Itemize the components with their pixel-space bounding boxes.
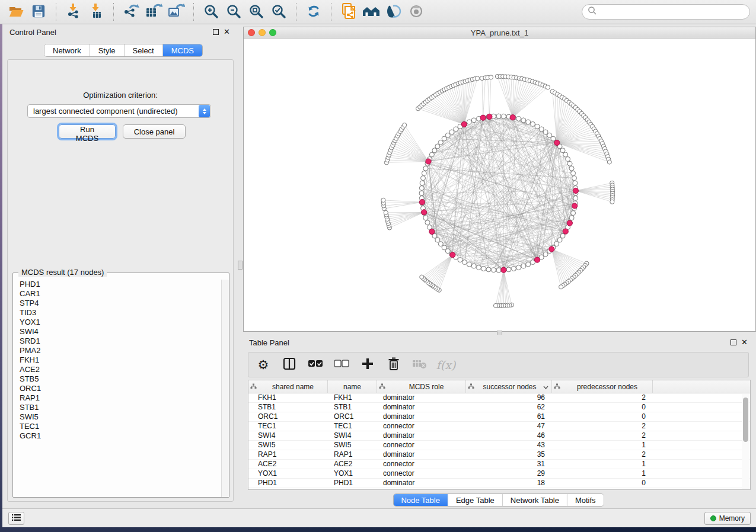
column-header-name[interactable]: name (328, 380, 377, 393)
optimization-criterion-select[interactable]: largest connected component (undirected) (27, 104, 211, 118)
ring-node[interactable] (547, 133, 552, 137)
clone-network-button[interactable] (339, 2, 359, 21)
list-item[interactable]: ORC1 (20, 384, 221, 393)
task-history-button[interactable] (8, 512, 24, 525)
ring-node[interactable] (526, 120, 531, 124)
ring-node[interactable] (458, 258, 462, 262)
ring-node[interactable] (454, 127, 458, 132)
ring-node[interactable] (557, 238, 562, 242)
leaf-node[interactable] (384, 210, 388, 214)
zoom-selected-button[interactable] (269, 2, 289, 21)
table-row[interactable]: ORC1ORC1dominator610 (248, 412, 750, 422)
hide-visual-properties-button[interactable] (384, 2, 404, 21)
tab-edge-table[interactable]: Edge Table (448, 494, 503, 506)
tab-node-table[interactable]: Node Table (393, 494, 448, 506)
export-table-button[interactable] (143, 2, 164, 21)
table-row[interactable]: SWI5SWI5connector431 (248, 441, 750, 450)
memory-button[interactable]: Memory (704, 512, 751, 525)
leaf-node[interactable] (559, 285, 563, 289)
table-scrollbar[interactable] (742, 394, 749, 489)
ring-node[interactable] (563, 152, 568, 157)
ring-node[interactable] (572, 176, 577, 181)
mcds-hub-node[interactable] (563, 229, 568, 234)
leaf-node[interactable] (476, 76, 480, 81)
search-box[interactable] (582, 4, 750, 20)
open-file-button[interactable] (6, 2, 26, 21)
ring-node[interactable] (571, 211, 576, 216)
column-header-MCDS-role[interactable]: MCDS role (377, 380, 466, 393)
leaf-node[interactable] (610, 200, 614, 204)
ring-node[interactable] (467, 120, 471, 124)
tab-mcds[interactable]: MCDS (163, 44, 202, 56)
list-item[interactable]: CAR1 (20, 289, 221, 299)
mcds-hub-node[interactable] (429, 229, 435, 234)
ring-node[interactable] (531, 121, 535, 126)
import-table-button[interactable] (86, 2, 106, 21)
tab-motifs[interactable]: Motifs (567, 494, 604, 506)
column-header-shared-name[interactable]: shared name (248, 380, 328, 393)
ring-node[interactable] (526, 262, 531, 267)
mcds-hub-node[interactable] (510, 115, 515, 120)
ring-node[interactable] (573, 196, 578, 201)
leaf-node[interactable] (546, 85, 550, 89)
ring-node[interactable] (432, 148, 437, 153)
table-row[interactable]: YOX1YOX1connector291 (248, 469, 750, 479)
close-panel-icon[interactable]: ✕ (224, 29, 230, 35)
mcds-hub-node[interactable] (419, 200, 425, 205)
mcds-hub-node[interactable] (572, 203, 578, 209)
ring-node[interactable] (442, 245, 446, 250)
ring-node[interactable] (506, 267, 511, 272)
ring-node[interactable] (419, 191, 424, 196)
ring-node[interactable] (438, 140, 443, 145)
ring-node[interactable] (423, 216, 428, 220)
close-panel-icon[interactable]: ✕ (741, 339, 748, 345)
list-item[interactable]: STP4 (20, 299, 221, 308)
list-item[interactable]: STB1 (20, 403, 221, 412)
leaf-node[interactable] (607, 160, 611, 164)
close-panel-button[interactable]: Close panel (123, 124, 186, 139)
table-row[interactable]: RAP1RAP1dominator352 (248, 450, 750, 460)
ring-node[interactable] (442, 136, 446, 141)
ring-node[interactable] (471, 118, 476, 123)
list-item[interactable]: STB5 (20, 374, 221, 384)
column-header-successor-nodes[interactable]: successor nodes (466, 380, 552, 393)
network-graph[interactable] (244, 39, 755, 331)
ring-node[interactable] (551, 136, 556, 141)
mcds-hub-node[interactable] (480, 115, 486, 120)
table-row[interactable]: STB1STB1dominator620 (248, 403, 750, 412)
ring-node[interactable] (419, 186, 424, 191)
ring-node[interactable] (516, 116, 521, 121)
list-item[interactable]: YOX1 (20, 318, 221, 327)
ring-node[interactable] (423, 166, 428, 171)
export-image-button[interactable] (166, 2, 186, 21)
ring-node[interactable] (573, 181, 578, 185)
list-item[interactable]: GCR1 (20, 431, 221, 441)
mcds-result-list[interactable]: PHD1CAR1STP4TID3YOX1SWI4SRD1PMA2FKH1ACE2… (13, 280, 221, 497)
ring-node[interactable] (467, 262, 471, 267)
ring-node[interactable] (543, 252, 548, 257)
ring-node[interactable] (492, 268, 496, 273)
ring-node[interactable] (560, 233, 565, 238)
table-row[interactable]: SWI4SWI4dominator462 (248, 431, 750, 441)
ring-node[interactable] (569, 216, 574, 220)
ring-node[interactable] (571, 171, 576, 175)
mcds-hub-node[interactable] (573, 188, 578, 193)
splitter-grip[interactable] (238, 261, 243, 270)
mcds-hub-node[interactable] (501, 267, 506, 273)
ring-node[interactable] (445, 133, 450, 137)
ring-node[interactable] (420, 181, 425, 185)
tab-select[interactable]: Select (125, 44, 163, 56)
delete-column-button[interactable] (385, 355, 403, 374)
list-item[interactable]: FKH1 (20, 355, 221, 365)
ring-node[interactable] (539, 127, 544, 132)
show-columns-button[interactable] (280, 355, 298, 374)
float-panel-icon[interactable] (213, 29, 219, 35)
ring-node[interactable] (496, 114, 501, 118)
table-options-button[interactable]: ⚙ (254, 355, 272, 374)
list-item[interactable]: ACE2 (20, 365, 221, 374)
network-overview-button[interactable] (361, 2, 381, 21)
ring-node[interactable] (462, 260, 467, 265)
select-all-columns-button[interactable] (307, 355, 324, 374)
ring-node[interactable] (481, 267, 486, 271)
ring-node[interactable] (516, 265, 521, 270)
